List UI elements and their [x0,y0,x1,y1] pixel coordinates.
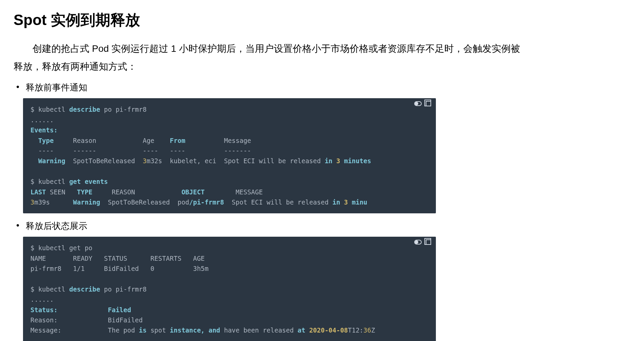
theme-toggle-icon[interactable] [414,240,422,244]
theme-toggle-icon[interactable] [414,101,422,106]
bullet-after-release: 释放后状态展示 [16,220,521,232]
intro-paragraph: 创建的抢占式 Pod 实例运行超过 1 小时保护期后，当用户设置价格小于市场价格… [14,40,521,76]
page-title: Spot 实例到期释放 [14,10,521,30]
copy-icon[interactable] [426,239,431,245]
bullet-before-release: 释放前事件通知 [16,82,521,93]
copy-icon[interactable] [426,101,431,106]
code-block-events: $ kubectl describe po pi-frmr8 ...... Ev… [23,98,436,213]
code-block-status: $ kubectl get po NAME READY STATUS RESTA… [23,237,436,341]
